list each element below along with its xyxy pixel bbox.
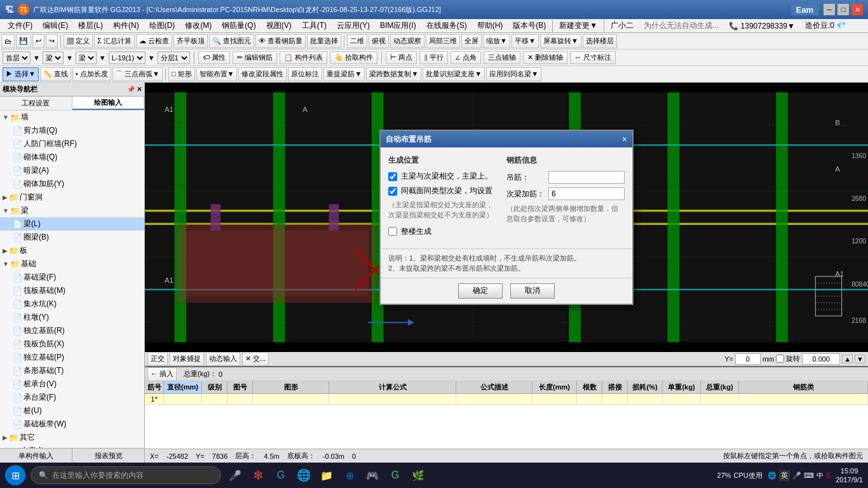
pick-member-button[interactable]: 👆 拾取构件 <box>330 51 377 64</box>
zoom-button[interactable]: 缩放▼ <box>483 34 510 48</box>
batch-select-button[interactable]: 批量选择 <box>307 34 341 48</box>
menu-draw[interactable]: 绘图(D) <box>144 19 180 32</box>
find-elem-button[interactable]: 🔍 查找图元 <box>209 34 254 48</box>
menu-version[interactable]: 版本号(B) <box>508 19 551 32</box>
level-top-button[interactable]: 齐平板顶 <box>173 34 208 48</box>
taskbar-app-2[interactable]: G <box>272 466 290 484</box>
menu-edit[interactable]: 编辑(E) <box>37 19 73 32</box>
apply-same-button[interactable]: 应用到同名梁▼ <box>486 67 541 81</box>
menu-bim[interactable]: BIM应用(I) <box>375 19 421 32</box>
coord-input[interactable] <box>735 353 761 365</box>
menu-price[interactable]: 造价豆:0 💎 <box>800 19 851 32</box>
define-button[interactable]: ▦ 定义 <box>64 34 93 48</box>
2d-button[interactable]: 二维 <box>347 34 367 48</box>
tree-item-found-strip[interactable]: 📄 基础板带(W) <box>0 417 144 431</box>
taskbar-app-edge[interactable]: 🌐 <box>295 466 313 484</box>
start-button[interactable]: ⊞ <box>5 465 25 485</box>
menu-guangxiao[interactable]: 广小二 <box>606 19 639 32</box>
menu-phone[interactable]: 📞 13907298339▼ <box>724 20 800 32</box>
tree-item-water-tank[interactable]: 📄 集水坑(K) <box>0 297 144 311</box>
line-button[interactable]: 📏 直线 <box>40 67 71 81</box>
taskbar-app-glodon[interactable]: 🎮 <box>363 466 381 484</box>
view-steel-button[interactable]: 👁 查看钢筋量 <box>255 34 306 48</box>
menu-steel[interactable]: 钢筋量(Q) <box>217 19 261 32</box>
fullscreen-button[interactable]: 全屏 <box>461 34 482 48</box>
floor-select[interactable]: 首层 <box>3 51 31 64</box>
taskbar-app-1[interactable]: ❄ <box>249 466 267 484</box>
tree-item-masonry[interactable]: 📄 砌体墙(Q) <box>0 151 144 164</box>
tree-item-wall[interactable]: ▼ 📁 墙 <box>0 111 144 124</box>
single-member-button[interactable]: 单构件输入 <box>0 449 72 463</box>
dim-mark-button[interactable]: ↔ 尺寸标注 <box>570 51 616 64</box>
screen-rotate-button[interactable]: 屏幕旋转▼ <box>540 34 581 48</box>
topview-button[interactable]: 俯视 <box>369 34 389 48</box>
tree-item-masonry-reinf[interactable]: 📄 砌体加筋(Y) <box>0 177 144 191</box>
edit-steel-button[interactable]: ✏ 编辑钢筋 <box>233 51 277 64</box>
smart-place-button[interactable]: 智能布置▼ <box>196 67 238 81</box>
tree-item-pile[interactable]: 📄 桩(U) <box>0 404 144 417</box>
menu-member[interactable]: 构件(N) <box>108 19 144 32</box>
rotate-down[interactable]: ▼ <box>855 355 865 363</box>
member-name-select[interactable]: 梁 <box>76 51 97 64</box>
tree-item-airraid[interactable]: 📄 人防门框墙(RF) <box>0 137 144 151</box>
stirrup-input[interactable] <box>548 171 625 184</box>
checkbox-main-beam[interactable] <box>388 172 397 181</box>
drawing-input-tab[interactable]: 绘图输入 <box>72 97 145 110</box>
report-preview-button[interactable]: 报表预览 <box>72 449 144 463</box>
dynamic-view-button[interactable]: 动态观察 <box>390 34 424 48</box>
modify-span-button[interactable]: 修改梁段属性 <box>238 67 287 81</box>
maximize-button[interactable]: □ <box>837 4 849 15</box>
member-type-select[interactable]: 梁 <box>43 51 64 64</box>
menu-view[interactable]: 视图(V) <box>261 19 297 32</box>
tree-item-door-window[interactable]: ▶ 📁 门窗洞 <box>0 191 144 204</box>
sub-layer-select[interactable]: 分层1 <box>158 51 190 64</box>
project-settings-tab[interactable]: 工程设置 <box>0 97 72 110</box>
tree-item-raft[interactable]: 📄 筏板基础(M) <box>0 284 144 297</box>
local-3d-button[interactable]: 局部三维 <box>426 34 460 48</box>
tree-item-col-base[interactable]: 📄 柱墩(Y) <box>0 311 144 324</box>
tree-item-cap-beam[interactable]: 📄 承台梁(F) <box>0 391 144 404</box>
point-extend-button[interactable]: • 点加长度 <box>72 67 111 81</box>
arc-button[interactable]: ⌒ 三点画弧▼ <box>112 67 163 81</box>
taskbar-app-8[interactable]: 🌿 <box>409 466 427 484</box>
taskbar-app-cortana[interactable]: 🎤 <box>226 466 244 484</box>
minimize-button[interactable]: ─ <box>824 4 835 15</box>
table-row-1[interactable]: 1* <box>145 394 868 405</box>
tree-item-beam-l[interactable]: 📄 梁(L) <box>0 217 144 231</box>
insert-row-button[interactable]: ← 插入 <box>147 367 177 381</box>
menu-file[interactable]: 文件(F) <box>3 19 37 32</box>
element-select[interactable]: L-19(1) <box>109 51 146 64</box>
tree-item-strip-found[interactable]: 📄 条形基础(T) <box>0 364 144 377</box>
cancel-button[interactable]: 取消 <box>510 283 555 299</box>
member-list-button[interactable]: 📋 构件列表 <box>280 51 327 64</box>
undo-button[interactable]: ↩ <box>32 34 44 48</box>
property-button[interactable]: 🏷 属性 <box>198 51 230 64</box>
tree-item-foundation[interactable]: ▼ 📁 基础 <box>0 257 144 271</box>
select-tool-button[interactable]: ▶ 选择▼ <box>3 67 39 81</box>
ok-button[interactable]: 确定 <box>458 283 503 299</box>
modal-close-button[interactable]: × <box>622 134 627 144</box>
new-button[interactable]: 🗁 <box>1 34 15 48</box>
taskbar-search[interactable]: 🔍 在这里输入你要搜索的内容 <box>31 466 221 484</box>
tree-item-shear-wall[interactable]: 📄 剪力墙(Q) <box>0 124 144 137</box>
taskbar-app-explorer[interactable]: 📁 <box>318 466 336 484</box>
re-extract-button[interactable]: 重提梁筋▼ <box>323 67 365 81</box>
lang-switch[interactable]: 英 <box>779 470 790 481</box>
tree-item-found-beam[interactable]: 📄 基础梁(F) <box>0 271 144 284</box>
tree-item-ring-beam[interactable]: 📄 圈梁(B) <box>0 231 144 244</box>
point-angle-button[interactable]: ∠ 点角 <box>451 51 481 64</box>
tree-item-indep-found[interactable]: 📄 独立基础(P) <box>0 351 144 364</box>
ortho-button[interactable]: 正交 <box>147 352 168 366</box>
menu-online[interactable]: 在线服务(S) <box>421 19 472 32</box>
del-axis-button[interactable]: ✕ 删除辅轴 <box>523 51 567 64</box>
tree-item-beam-folder[interactable]: ▼ 📁 梁 <box>0 204 144 217</box>
menu-cloud[interactable]: 云应用(Y) <box>332 19 375 32</box>
tree-item-lintel[interactable]: 📄 暗梁(A) <box>0 164 144 177</box>
three-point-axis-button[interactable]: 三点辅轴 <box>484 51 520 64</box>
taskbar-app-g2[interactable]: G <box>386 466 404 484</box>
redo-button[interactable]: ↪ <box>46 34 58 48</box>
cloud-check-button[interactable]: ☁ 云检查 <box>136 34 172 48</box>
two-point-button[interactable]: ⊢ 两点 <box>386 51 417 64</box>
rotate-checkbox[interactable] <box>776 355 784 363</box>
rotate-input[interactable] <box>802 353 840 365</box>
